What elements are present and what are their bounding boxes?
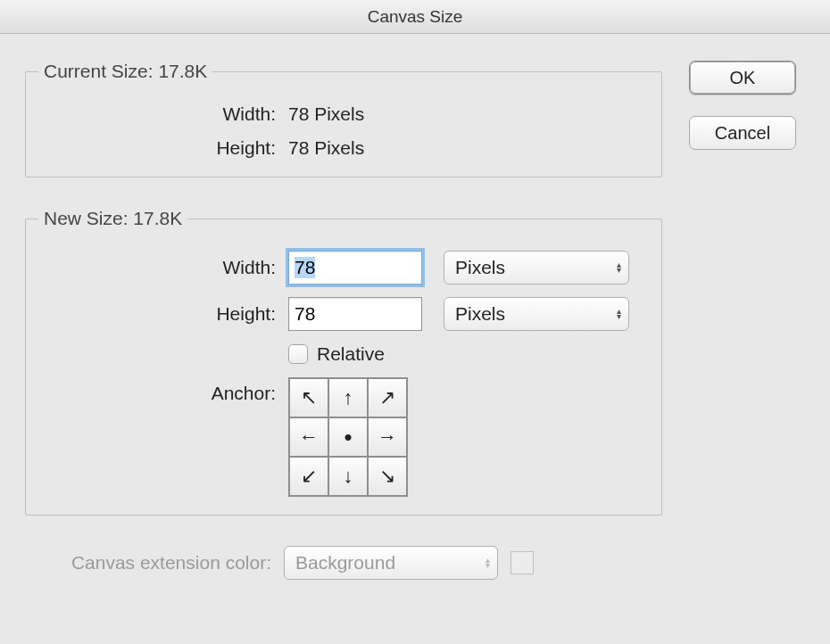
- new-height-label: Height:: [38, 303, 288, 325]
- updown-icon: ▴▾: [617, 262, 621, 273]
- anchor-se[interactable]: ↘: [368, 457, 407, 496]
- extension-color-label: Canvas extension color:: [25, 552, 284, 574]
- arrow-n-icon: ↑: [344, 386, 353, 409]
- window-title: Canvas Size: [0, 0, 830, 34]
- new-size-legend: New Size: 17.8K: [38, 208, 187, 229]
- current-height-value: 78 Pixels: [288, 137, 364, 159]
- anchor-n[interactable]: ↑: [328, 378, 368, 417]
- updown-icon: ▴▾: [486, 557, 490, 568]
- anchor-e[interactable]: →: [368, 417, 407, 457]
- anchor-center[interactable]: •: [328, 417, 368, 457]
- updown-icon: ▴▾: [617, 309, 621, 319]
- new-width-unit-value: Pixels: [455, 257, 505, 278]
- anchor-s[interactable]: ↓: [328, 457, 368, 496]
- extension-color-value: Background: [295, 552, 395, 574]
- arrow-s-icon: ↓: [344, 465, 353, 488]
- current-width-value: 78 Pixels: [288, 103, 364, 125]
- new-width-input[interactable]: [288, 251, 422, 285]
- arrow-se-icon: ↘: [379, 465, 395, 488]
- anchor-sw[interactable]: ↙: [289, 457, 328, 496]
- current-width-label: Width:: [38, 103, 288, 125]
- new-height-input[interactable]: [288, 297, 422, 331]
- relative-checkbox[interactable]: [288, 344, 308, 364]
- arrow-sw-icon: ↙: [301, 465, 317, 488]
- cancel-button[interactable]: Cancel: [689, 116, 796, 150]
- anchor-ne[interactable]: ↗: [368, 378, 407, 417]
- current-size-group: Current Size: 17.8K Width: 78 Pixels Hei…: [25, 61, 662, 178]
- anchor-grid: ↖ ↑ ↗ ← • → ↙ ↓ ↘: [288, 377, 408, 497]
- arrow-nw-icon: ↖: [301, 386, 317, 409]
- arrow-e-icon: →: [378, 425, 397, 449]
- current-height-label: Height:: [38, 137, 288, 159]
- new-size-group: New Size: 17.8K Width: Pixels ▴▾ Height:…: [25, 208, 662, 516]
- arrow-ne-icon: ↗: [379, 386, 395, 409]
- extension-color-swatch: [510, 551, 534, 574]
- current-size-legend: Current Size: 17.8K: [38, 61, 212, 82]
- anchor-label: Anchor:: [38, 377, 288, 404]
- ok-button[interactable]: OK: [689, 61, 796, 95]
- relative-label: Relative: [317, 343, 385, 365]
- new-height-unit-value: Pixels: [455, 303, 505, 325]
- arrow-w-icon: ←: [299, 425, 319, 449]
- anchor-nw[interactable]: ↖: [289, 378, 328, 417]
- new-width-label: Width:: [38, 257, 288, 278]
- new-width-unit-select[interactable]: Pixels ▴▾: [444, 251, 629, 285]
- extension-color-select: Background ▴▾: [284, 546, 498, 580]
- anchor-w[interactable]: ←: [289, 417, 328, 457]
- new-height-unit-select[interactable]: Pixels ▴▾: [444, 297, 629, 331]
